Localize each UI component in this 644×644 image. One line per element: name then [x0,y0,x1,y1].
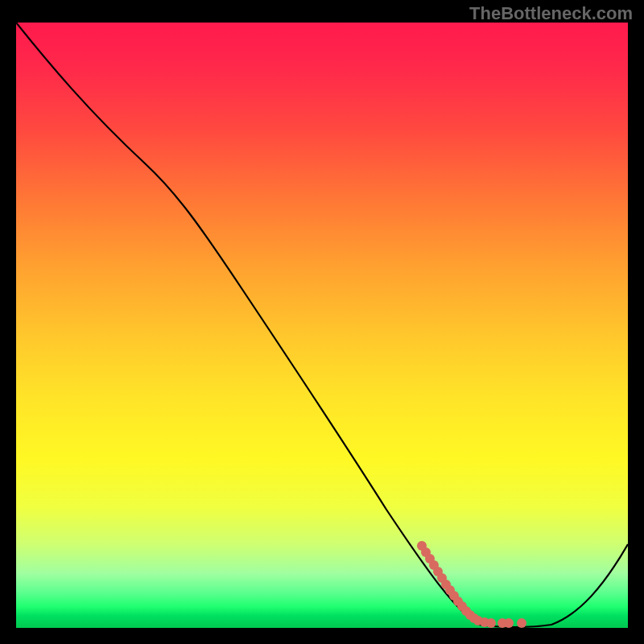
highlight-dots [16,23,628,628]
watermark-text: TheBottleneck.com [469,3,633,24]
chart-plot-area [16,23,628,628]
